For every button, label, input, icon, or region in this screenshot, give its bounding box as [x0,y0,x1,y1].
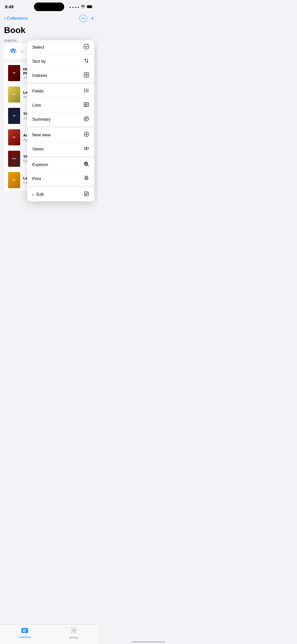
menu-item-icon-edit [84,191,89,198]
menu-item-icon-explorer [84,161,89,168]
menu-item-left: Indexes [32,73,47,78]
svg-point-16 [86,148,87,149]
svg-rect-19 [85,177,88,179]
menu-item-lists[interactable]: Lists [27,98,94,112]
menu-item-icon-print [84,175,89,182]
svg-point-5 [15,49,16,51]
menu-item-left: › Edit [32,192,44,197]
svg-rect-7 [84,73,89,77]
svg-point-4 [10,49,11,51]
ellipsis-button[interactable]: ••• [79,15,87,22]
book-cover: AC [8,129,20,145]
menu-item-sort-by[interactable]: Sort by [27,54,94,69]
edit-chevron-icon: › [32,192,34,197]
menu-item-label-3: Fields [32,89,44,94]
svg-point-8 [86,74,87,76]
menu-item-left: Sort by [32,59,46,64]
menu-item-label-8: Explorer [32,162,48,167]
menu-item-label-0: Select [32,45,44,50]
svg-rect-21 [84,192,88,196]
signal-icon: ● ● ● ● [70,6,80,9]
book-cover: LP [8,86,20,103]
menu-item-icon-index [84,72,89,79]
book-cover: HP [8,65,20,81]
menu-item-left: Explorer [32,162,48,167]
menu-item-left: Select [32,45,44,50]
menu-item-left: New view [32,133,51,138]
menu-item-edit[interactable]: › Edit [27,187,94,201]
book-cover: PN [8,172,20,188]
menu-item-icon-fields [84,88,89,94]
menu-item-views[interactable]: Views [27,142,94,156]
menu-item-left: Views [32,147,44,152]
status-time: 8:49 [5,5,14,10]
context-menu: Select Sort by Indexes Fields Lists Summ… [27,40,94,201]
menu-item-explorer[interactable]: Explorer [27,158,94,172]
menu-item-icon-views [84,146,89,152]
svg-rect-1 [87,6,92,8]
battery-icon [87,5,93,9]
collection-card-left: 8 [8,47,23,56]
menu-item-select[interactable]: Select [27,40,94,54]
svg-point-6 [84,44,89,49]
menu-item-left: Fields [32,89,44,94]
menu-item-label-7: Views [32,147,44,152]
menu-item-label-6: New view [32,133,51,138]
menu-item-label-2: Indexes [32,73,47,78]
add-button[interactable]: + [91,15,94,22]
menu-item-label-9: Print [32,176,41,181]
menu-item-left: Lists [32,103,41,108]
group-icon [8,47,18,56]
menu-item-icon-sort [84,58,89,65]
wifi-icon [81,5,85,9]
nav-bar: ‹ Collections ••• + [0,13,98,24]
menu-item-icon-lists [84,102,89,109]
page-title: Book [0,24,98,37]
svg-rect-9 [84,89,85,89]
menu-item-label-4: Lists [32,103,41,108]
book-cover: DVC [8,151,20,167]
book-cover: TH [8,108,20,124]
menu-item-icon-new-view [84,132,89,138]
svg-point-3 [12,49,14,51]
menu-item-fields[interactable]: Fields [27,84,94,98]
menu-item-label-1: Sort by [32,59,46,64]
menu-item-new-view[interactable]: New view [27,128,94,142]
menu-item-icon-summary [84,116,89,123]
chevron-left-icon: ‹ [4,16,6,21]
menu-item-left: Summary [32,117,51,122]
menu-item-left: Print [32,176,41,181]
collection-count: 8 [21,50,23,53]
menu-item-label-5: Summary [32,117,51,122]
collection-info: 8 [21,50,23,53]
nav-right-actions: ••• + [79,15,94,22]
back-label: Collections [7,16,27,21]
dynamic-island [34,3,64,11]
svg-rect-11 [84,91,85,92]
menu-item-label-10: Edit [37,192,44,197]
ellipsis-icon: ••• [81,17,85,20]
svg-point-20 [86,178,86,178]
status-icons: ● ● ● ● [70,5,93,9]
menu-item-icon-circle-check [84,44,89,51]
menu-item-summary[interactable]: Summary [27,112,94,126]
svg-rect-10 [84,90,85,91]
back-button[interactable]: ‹ Collections [4,16,27,21]
menu-item-print[interactable]: Print [27,172,94,186]
menu-item-indexes[interactable]: Indexes [27,69,94,83]
